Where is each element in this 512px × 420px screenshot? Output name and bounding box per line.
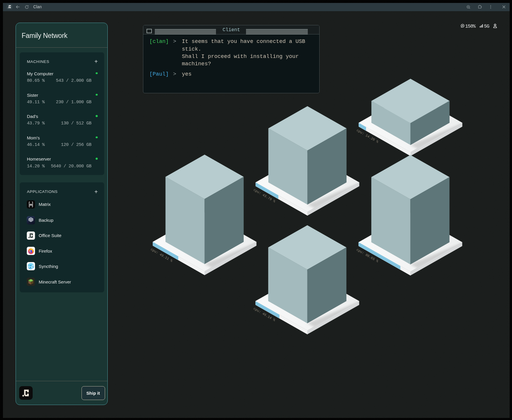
- svg-text:5G: 5G: [484, 24, 489, 29]
- svg-text:150%: 150%: [465, 24, 476, 29]
